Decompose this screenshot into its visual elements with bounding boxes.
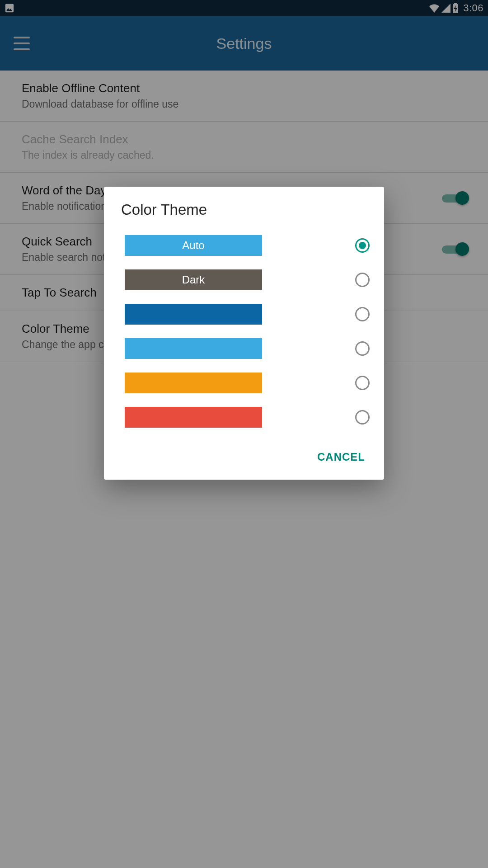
color-swatch: [125, 338, 262, 359]
radio-button[interactable]: [355, 376, 370, 390]
modal-overlay[interactable]: Color Theme Auto Dark: [0, 0, 488, 868]
swatch-label: Auto: [182, 239, 204, 252]
color-swatch: Dark: [125, 269, 262, 290]
theme-option-5[interactable]: [104, 366, 384, 400]
dialog-title: Color Theme: [104, 187, 384, 228]
theme-option-3[interactable]: [104, 297, 384, 331]
radio-button[interactable]: [355, 307, 370, 321]
radio-button[interactable]: [355, 273, 370, 287]
cancel-button[interactable]: CANCEL: [314, 445, 369, 469]
radio-button[interactable]: [355, 410, 370, 425]
swatch-label: Dark: [182, 274, 205, 286]
theme-option-auto[interactable]: Auto: [104, 228, 384, 263]
color-swatch: Auto: [125, 235, 262, 256]
radio-button[interactable]: [355, 238, 370, 253]
radio-button[interactable]: [355, 341, 370, 356]
theme-option-6[interactable]: [104, 400, 384, 434]
color-swatch: [125, 304, 262, 325]
color-swatch: [125, 373, 262, 393]
theme-option-4[interactable]: [104, 331, 384, 366]
theme-option-dark[interactable]: Dark: [104, 263, 384, 297]
color-swatch: [125, 407, 262, 428]
color-theme-dialog: Color Theme Auto Dark: [104, 187, 384, 480]
